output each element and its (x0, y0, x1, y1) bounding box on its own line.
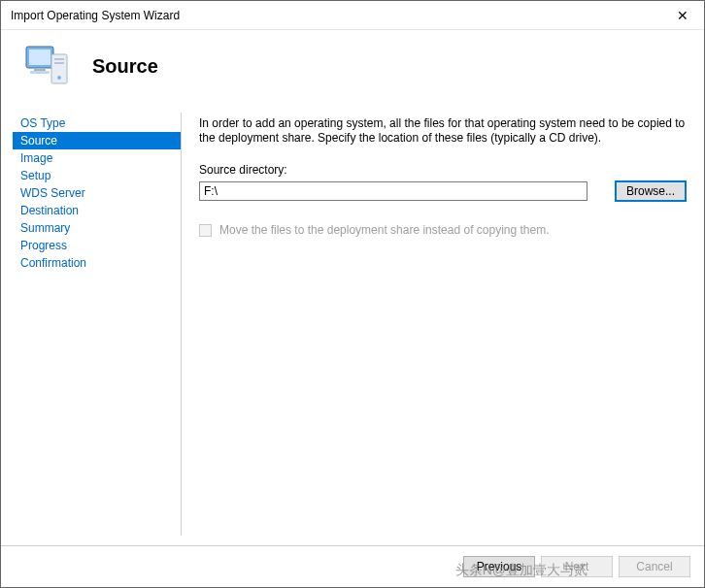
source-directory-label: Source directory: (199, 163, 687, 177)
previous-button[interactable]: Previous (463, 556, 535, 577)
nav-item-confirmation[interactable]: Confirmation (13, 254, 181, 272)
next-button: Next (541, 556, 613, 577)
page-title: Source (92, 55, 158, 78)
move-files-label: Move the files to the deployment share i… (219, 223, 550, 237)
svg-point-7 (57, 76, 61, 80)
close-icon: ✕ (677, 8, 688, 23)
wizard-header: Source (1, 30, 704, 103)
computer-icon (20, 41, 73, 93)
nav-item-summary[interactable]: Summary (13, 219, 181, 237)
cancel-button: Cancel (619, 556, 690, 577)
nav-item-progress[interactable]: Progress (13, 237, 181, 254)
move-files-row: Move the files to the deployment share i… (199, 223, 687, 237)
browse-button[interactable]: Browse... (615, 180, 687, 202)
move-files-checkbox (199, 224, 212, 237)
svg-rect-3 (30, 71, 50, 74)
wizard-body: OS Type Source Image Setup WDS Server De… (1, 103, 704, 545)
close-button[interactable]: ✕ (661, 1, 704, 29)
source-directory-input[interactable] (199, 181, 588, 201)
svg-rect-1 (29, 49, 50, 65)
intro-text: In order to add an operating system, all… (199, 116, 687, 146)
svg-rect-6 (54, 62, 64, 64)
nav-item-wds-server[interactable]: WDS Server (13, 184, 181, 202)
wizard-footer: Previous Next Cancel 头条N@壹加壹大与贰 (1, 545, 704, 587)
wizard-nav: OS Type Source Image Setup WDS Server De… (1, 103, 181, 545)
wizard-content: In order to add an operating system, all… (182, 103, 704, 545)
nav-item-source[interactable]: Source (13, 132, 181, 149)
window-title: Import Operating System Wizard (11, 9, 661, 22)
source-directory-row: Browse... (199, 180, 687, 202)
nav-item-image[interactable]: Image (13, 149, 181, 167)
svg-rect-5 (54, 58, 64, 60)
titlebar: Import Operating System Wizard ✕ (1, 1, 704, 30)
svg-rect-2 (34, 68, 46, 71)
nav-item-destination[interactable]: Destination (13, 202, 181, 219)
nav-item-os-type[interactable]: OS Type (13, 114, 181, 132)
nav-item-setup[interactable]: Setup (13, 167, 181, 184)
